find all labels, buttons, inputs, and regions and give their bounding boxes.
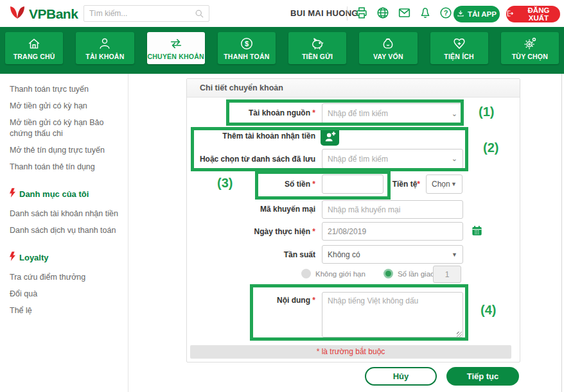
transfer-detail-panel: Chi tiết chuyển khoản Tài khoản nguồn * … bbox=[186, 78, 520, 362]
content-label: Nội dung * bbox=[187, 296, 315, 305]
transfer-icon bbox=[168, 37, 184, 51]
mail-icon[interactable] bbox=[397, 6, 412, 20]
sidebar-item-danh-sach-tai-khoan[interactable]: Danh sách tài khoản nhận tiền bbox=[10, 209, 124, 219]
tab-tien-ich[interactable]: TIỆN ÍCH bbox=[430, 32, 488, 64]
date-label: Ngày thực hiện * bbox=[187, 227, 315, 236]
svg-text:$: $ bbox=[245, 40, 249, 47]
date-input[interactable] bbox=[322, 222, 463, 241]
logout-icon bbox=[506, 10, 514, 19]
radio-transaction-count[interactable] bbox=[383, 269, 393, 278]
sidebar-item-thanh-toan-truc-tuyen[interactable]: Thanh toán trực tuyến bbox=[10, 84, 124, 95]
money-bag-icon bbox=[380, 37, 396, 51]
svg-text:?: ? bbox=[444, 9, 448, 17]
sidebar-item-thanh-toan-the-tin-dung[interactable]: Thanh toán thẻ tín dụng bbox=[10, 162, 124, 173]
cancel-button[interactable]: Hủy bbox=[365, 367, 437, 386]
globe-icon[interactable] bbox=[376, 6, 390, 20]
limit-radio-group: Không giới hạn Số lần giao dịch bbox=[301, 269, 450, 278]
sidebar-item-doi-qua[interactable]: Đổi quà bbox=[10, 289, 124, 300]
tab-tien-gui[interactable]: TIỀN GỬI bbox=[288, 32, 346, 64]
sidebar-item-tra-cuu-diem-thuong[interactable]: Tra cứu điểm thưởng bbox=[10, 272, 124, 283]
add-user-icon[interactable] bbox=[321, 127, 339, 146]
vpbank-flower-icon bbox=[9, 4, 26, 24]
search-icon[interactable] bbox=[195, 9, 204, 19]
bolt-icon bbox=[10, 188, 15, 200]
sidebar-item-mo-tien-gui-bao-chung[interactable]: Mở tiền gửi có kỳ hạn Bảo chứng thấu chi bbox=[10, 117, 124, 139]
gears-icon bbox=[522, 37, 538, 51]
sidebar-section-loyalty: Loyalty bbox=[10, 251, 128, 264]
sidebar-item-danh-sach-dich-vu[interactable]: Danh sách dịch vụ thanh toán bbox=[10, 225, 124, 236]
download-icon bbox=[457, 10, 464, 19]
search-input[interactable] bbox=[84, 9, 195, 18]
source-account-select[interactable]: Nhập để tìm kiếm ⌄ bbox=[322, 103, 463, 124]
transaction-count-input[interactable] bbox=[433, 266, 461, 283]
radio-unlimited-label: Không giới hạn bbox=[315, 270, 366, 278]
chevron-down-icon: ⌄ bbox=[452, 110, 457, 118]
frequency-label: Tần suất bbox=[187, 250, 315, 259]
saved-list-select[interactable]: Nhập để tìm kiếm ⌄ bbox=[322, 149, 463, 169]
tab-vay-von[interactable]: VAY VỐN bbox=[359, 32, 417, 64]
continue-button[interactable]: Tiếp tục bbox=[446, 367, 519, 386]
top-header: VPBank BUI MAI HUONG bbox=[0, 0, 564, 27]
download-app-button[interactable]: TẢI APP bbox=[454, 6, 500, 22]
bell-icon[interactable] bbox=[419, 6, 432, 20]
scroll-edge-line bbox=[561, 74, 562, 392]
help-icon[interactable]: ? bbox=[439, 6, 453, 20]
saved-list-label: Hoặc chọn từ danh sách đã lưu bbox=[187, 155, 315, 164]
calendar-icon[interactable] bbox=[471, 225, 483, 239]
sidebar-section-danh-muc: Danh mục của tôi bbox=[10, 188, 128, 200]
home-icon bbox=[26, 37, 42, 51]
dropdown-triangle-icon: ▼ bbox=[452, 251, 457, 258]
sidebar-item-mo-tien-gui-co-ky-han[interactable]: Mở tiền gửi có kỳ hạn bbox=[10, 101, 124, 112]
user-icon bbox=[97, 37, 112, 51]
search-box[interactable] bbox=[84, 5, 209, 22]
vpbank-page: VPBank BUI MAI HUONG bbox=[0, 0, 564, 392]
required-note: * là trường bắt buộc bbox=[190, 345, 511, 359]
radio-unlimited[interactable] bbox=[301, 269, 311, 278]
dollar-icon: $ bbox=[239, 37, 254, 51]
sidebar-item-mo-the-tin-dung[interactable]: Mở thẻ tín dụng trực tuyến bbox=[10, 145, 124, 156]
tab-tai-khoan[interactable]: TÀI KHOẢN bbox=[76, 32, 134, 64]
content-textarea[interactable] bbox=[322, 292, 463, 337]
main-nav: TRANG CHỦ TÀI KHOẢN CHUYỂN KHOẢN $ bbox=[0, 27, 564, 74]
source-account-label: Tài khoản nguồn * bbox=[187, 108, 315, 117]
promo-label: Mã khuyến mại bbox=[187, 205, 315, 214]
vpbank-logo[interactable]: VPBank bbox=[9, 4, 78, 24]
user-name[interactable]: BUI MAI HUONG bbox=[290, 8, 358, 18]
logout-button[interactable]: ĐĂNG XUẤT bbox=[506, 6, 560, 22]
panel-title: Chi tiết chuyển khoản bbox=[187, 79, 520, 98]
tab-tuy-chon[interactable]: TÙY CHỌN bbox=[501, 32, 559, 64]
sidebar-item-the-le[interactable]: Thể lệ bbox=[10, 305, 124, 316]
amount-label: Số tiền * bbox=[187, 180, 315, 189]
bolt-icon bbox=[10, 251, 15, 264]
chevron-down-icon: ⌄ bbox=[452, 155, 457, 163]
add-beneficiary-label: Thêm tài khoản nhận tiền bbox=[187, 132, 315, 141]
sidebar: Thanh toán trực tuyến Mở tiền gửi có kỳ … bbox=[0, 74, 128, 392]
piggy-bank-icon bbox=[309, 37, 326, 51]
printer-icon[interactable] bbox=[355, 6, 369, 20]
currency-select[interactable]: Chọn ▼ bbox=[426, 175, 463, 194]
brand-name: VPBank bbox=[29, 6, 78, 22]
currency-label: Tiền tệ* bbox=[356, 180, 420, 189]
frequency-select[interactable]: Không có ▼ bbox=[322, 245, 463, 264]
heart-icon bbox=[452, 37, 467, 51]
dropdown-triangle-icon: ▼ bbox=[451, 181, 457, 187]
tab-trang-chu[interactable]: TRANG CHỦ bbox=[5, 32, 63, 64]
header-divider bbox=[347, 6, 348, 21]
tab-thanh-toan[interactable]: $ THANH TOÁN bbox=[218, 32, 276, 64]
tab-chuyen-khoan[interactable]: CHUYỂN KHOẢN bbox=[147, 32, 205, 64]
promo-input[interactable] bbox=[322, 200, 463, 219]
